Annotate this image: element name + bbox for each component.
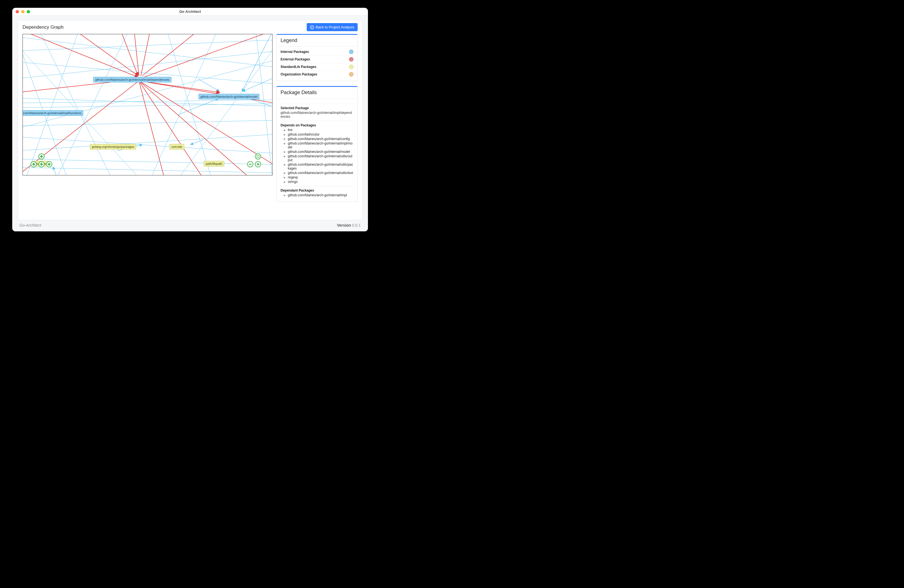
page-title: Dependency Graph: [22, 24, 63, 30]
side-column: Legend Internal Packages External Packag…: [277, 34, 358, 215]
pan-up-button[interactable]: [38, 153, 44, 160]
titlebar: Go Architect: [12, 8, 368, 16]
window-controls: [16, 10, 30, 13]
list-item: github.com/fdaines/arch-go/internal/util…: [288, 154, 354, 162]
minimize-icon[interactable]: [21, 10, 24, 13]
legend-title: Legend: [281, 38, 354, 43]
selected-package-value: github.com/fdaines/arch-go/internal/impl…: [281, 111, 354, 119]
graph-node[interactable]: path/filepath: [204, 161, 224, 166]
graph-node[interactable]: github.com/fdaines/arch-go/internal/impl…: [93, 77, 171, 82]
app-window: Go Architect Dependency Graph Back to Pr…: [12, 8, 368, 231]
svg-line-9: [23, 137, 272, 154]
svg-line-8: [23, 120, 272, 126]
pan-down-button[interactable]: [38, 161, 44, 168]
graph-node[interactable]: unicode: [169, 144, 184, 150]
pan-right-button[interactable]: [46, 161, 52, 168]
svg-line-42: [139, 81, 164, 175]
zoom-out-button[interactable]: [247, 161, 253, 168]
graph-node[interactable]: github.com/fdaines/arch-go/internal/mode…: [198, 94, 259, 100]
main-panel: Dependency Graph Back to Project Analysi…: [18, 20, 362, 220]
zoom-in-button[interactable]: [255, 161, 261, 168]
legend-label: StandardLib Packages: [281, 65, 316, 69]
svg-line-35: [141, 34, 150, 76]
details-title: Package Details: [281, 90, 354, 95]
list-item: github.com/fdaines/arch-go/internal/impl: [288, 193, 354, 197]
svg-line-43: [139, 81, 203, 175]
legend-label: Internal Packages: [281, 50, 309, 54]
dependency-graph-canvas[interactable]: github.com/fdaines/arch-go/internal/impl…: [22, 34, 272, 175]
legend-label: External Packages: [281, 57, 310, 61]
pan-left-button[interactable]: [31, 161, 37, 168]
svg-rect-46: [257, 155, 259, 158]
legend-row: Organization Packages: [281, 70, 354, 78]
svg-rect-47: [249, 164, 251, 164]
svg-line-23: [198, 79, 219, 91]
svg-line-40: [139, 81, 272, 104]
panel-content: github.com/fdaines/arch-go/internal/impl…: [18, 34, 362, 220]
svg-line-34: [134, 34, 139, 76]
zoom-fit-button[interactable]: [255, 153, 261, 160]
legend-label: Organization Packages: [281, 73, 317, 76]
svg-line-12: [40, 34, 112, 175]
legend-swatch-org: [349, 72, 354, 77]
depends-on-list: fmtgithub.com/fatih/colorgithub.com/fdai…: [281, 128, 354, 184]
svg-rect-49: [258, 163, 258, 165]
legend-swatch-stdlib: [349, 65, 354, 69]
list-item: github.com/fdaines/arch-go/internal/conf…: [288, 137, 354, 141]
back-arrow-circle-icon: [310, 25, 314, 29]
list-item: strings: [288, 180, 354, 184]
legend-swatch-external: [349, 57, 354, 62]
legend-card: Legend Internal Packages External Packag…: [277, 34, 358, 81]
svg-line-14: [56, 34, 128, 175]
app-body: Dependency Graph Back to Project Analysi…: [12, 16, 368, 231]
window-title: Go Architect: [12, 9, 368, 14]
package-details-card: Package Details Selected Package github.…: [277, 86, 358, 202]
dependant-list: github.com/fdaines/arch-go/internal/impl: [281, 193, 354, 197]
legend-row: StandardLib Packages: [281, 63, 354, 70]
graph-svg: [23, 34, 272, 175]
footer-app-name: Go-Architect: [19, 223, 41, 228]
graph-node[interactable]: com/fdaines/arch-go/internal/impl/functi…: [22, 110, 83, 116]
svg-line-13: [26, 34, 79, 175]
close-icon[interactable]: [16, 10, 19, 13]
selected-package-label: Selected Package: [281, 106, 354, 110]
svg-line-2: [23, 40, 272, 51]
footer: Go-Architect Version 0.0.1: [18, 220, 362, 229]
graph-node[interactable]: golang.org/x/tools/go/packages: [90, 144, 136, 150]
back-to-analysis-button[interactable]: Back to Project Analysis: [307, 23, 358, 31]
list-item: github.com/fdaines/arch-go/internal/util…: [288, 163, 354, 171]
svg-line-28: [190, 140, 203, 145]
list-item: github.com/fatih/color: [288, 133, 354, 136]
list-item: github.com/fdaines/arch-go/internal/impl…: [288, 141, 354, 149]
legend-swatch-internal: [349, 49, 354, 54]
svg-line-4: [23, 51, 272, 79]
panel-header: Dependency Graph Back to Project Analysi…: [18, 21, 362, 34]
depends-on-label: Depends on Packages: [281, 123, 354, 127]
footer-version: Version 0.0.1: [337, 223, 361, 228]
svg-line-20: [23, 159, 272, 164]
svg-line-7: [23, 104, 272, 108]
svg-point-0: [310, 25, 314, 29]
list-item: fmt: [288, 128, 354, 132]
back-button-label: Back to Project Analysis: [316, 25, 354, 29]
maximize-icon[interactable]: [27, 10, 30, 13]
dependant-label: Dependant Packages: [281, 188, 354, 192]
list-item: regexp: [288, 175, 354, 179]
legend-row: Internal Packages: [281, 48, 354, 55]
list-item: github.com/fdaines/arch-go/internal/mode…: [288, 150, 354, 154]
legend-row: External Packages: [281, 55, 354, 63]
svg-line-37: [144, 34, 272, 77]
list-item: github.com/fdaines/arch-go/internal/util…: [288, 171, 354, 175]
